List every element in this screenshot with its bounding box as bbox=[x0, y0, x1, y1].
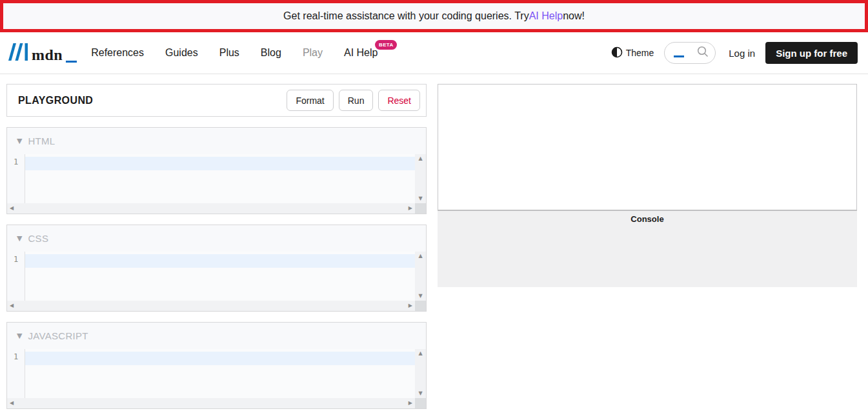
javascript-editor-label: JAVASCRIPT bbox=[28, 330, 88, 341]
mdn-logo-mark-icon bbox=[8, 43, 28, 63]
reset-button[interactable]: Reset bbox=[378, 90, 420, 111]
nav-item-play[interactable]: Play bbox=[303, 47, 323, 59]
javascript-code-area[interactable] bbox=[25, 349, 415, 398]
login-link[interactable]: Log in bbox=[729, 48, 755, 59]
scroll-up-icon[interactable]: ▲ bbox=[418, 351, 422, 356]
chevron-down-icon: ▼ bbox=[17, 234, 22, 243]
scroll-left-icon[interactable]: ◀ bbox=[10, 206, 14, 211]
output-iframe bbox=[438, 84, 857, 211]
theme-label: Theme bbox=[626, 48, 654, 58]
scroll-left-icon[interactable]: ◀ bbox=[10, 401, 14, 406]
active-line-highlight bbox=[25, 352, 415, 365]
banner-text-after: now! bbox=[563, 10, 585, 22]
main-content: PLAYGROUND Format Run Reset ▼ HTML 1 ▲ ▼ bbox=[0, 74, 868, 419]
nav-item-ai-help[interactable]: AI Help BETA bbox=[344, 47, 378, 59]
css-editor-body: 1 ▲ ▼ bbox=[7, 252, 426, 301]
scrollbar-corner bbox=[415, 301, 426, 311]
mdn-logo-word: mdn bbox=[32, 46, 63, 63]
html-editor-body: 1 ▲ ▼ bbox=[7, 154, 426, 203]
scrollbar-corner bbox=[415, 203, 426, 214]
nav-item-blog[interactable]: Blog bbox=[261, 47, 281, 59]
css-editor-toggle[interactable]: ▼ CSS bbox=[7, 225, 426, 252]
html-editor-toggle[interactable]: ▼ HTML bbox=[7, 128, 426, 154]
mdn-logo[interactable]: mdn bbox=[8, 43, 77, 63]
vertical-scrollbar[interactable]: ▲ ▼ bbox=[415, 252, 426, 301]
scroll-right-icon[interactable]: ▶ bbox=[409, 206, 412, 211]
mdn-logo-underscore bbox=[66, 61, 77, 63]
beta-badge: BETA bbox=[375, 40, 397, 50]
active-line-highlight bbox=[25, 254, 415, 268]
nav-item-references[interactable]: References bbox=[91, 47, 144, 59]
nav-item-plus[interactable]: Plus bbox=[219, 47, 239, 59]
search-input[interactable] bbox=[664, 42, 716, 64]
header-right: Theme Log in Sign up for free bbox=[611, 42, 858, 64]
javascript-editor: ▼ JAVASCRIPT 1 ▲ ▼ ◀ ▶ bbox=[6, 322, 427, 409]
scroll-down-icon[interactable]: ▼ bbox=[418, 196, 422, 201]
scroll-right-icon[interactable]: ▶ bbox=[409, 303, 412, 308]
output-column: Console bbox=[438, 84, 857, 287]
playground-toolbar: PLAYGROUND Format Run Reset bbox=[6, 84, 427, 117]
ai-help-link[interactable]: AI Help bbox=[529, 10, 563, 22]
chevron-down-icon: ▼ bbox=[17, 332, 22, 340]
scrollbar-corner bbox=[415, 398, 426, 408]
search-caret bbox=[674, 55, 684, 57]
css-editor: ▼ CSS 1 ▲ ▼ ◀ ▶ bbox=[6, 225, 427, 312]
vertical-scrollbar[interactable]: ▲ ▼ bbox=[415, 349, 426, 398]
scroll-up-icon[interactable]: ▲ bbox=[418, 254, 422, 259]
format-button[interactable]: Format bbox=[287, 90, 333, 111]
css-code-area[interactable] bbox=[25, 252, 415, 301]
toolbar-actions: Format Run Reset bbox=[287, 90, 420, 111]
html-editor: ▼ HTML 1 ▲ ▼ ◀ ▶ bbox=[6, 127, 427, 214]
line-number-gutter: 1 bbox=[7, 252, 25, 301]
scroll-left-icon[interactable]: ◀ bbox=[10, 303, 14, 308]
javascript-editor-body: 1 ▲ ▼ bbox=[7, 349, 426, 398]
scroll-down-icon[interactable]: ▼ bbox=[418, 391, 422, 396]
vertical-scrollbar[interactable]: ▲ ▼ bbox=[415, 154, 426, 203]
theme-toggle[interactable]: Theme bbox=[611, 46, 654, 60]
notification-banner: Get real-time assistance with your codin… bbox=[0, 0, 868, 32]
nav-item-ai-help-label: AI Help bbox=[344, 47, 378, 58]
javascript-editor-toggle[interactable]: ▼ JAVASCRIPT bbox=[7, 323, 426, 349]
html-editor-label: HTML bbox=[28, 135, 55, 146]
theme-icon bbox=[611, 46, 623, 60]
site-header: mdn References Guides Plus Blog Play AI … bbox=[0, 32, 868, 74]
run-button[interactable]: Run bbox=[339, 90, 374, 111]
scroll-up-icon[interactable]: ▲ bbox=[418, 156, 422, 161]
chevron-down-icon: ▼ bbox=[17, 137, 22, 145]
console-panel: Console bbox=[438, 211, 857, 287]
horizontal-scroll-row: ◀ ▶ bbox=[7, 301, 426, 311]
signup-button[interactable]: Sign up for free bbox=[765, 42, 858, 64]
line-number-gutter: 1 bbox=[7, 349, 25, 398]
line-number-gutter: 1 bbox=[7, 154, 25, 203]
playground-title: PLAYGROUND bbox=[18, 95, 93, 106]
console-label: Console bbox=[438, 214, 857, 224]
banner-text-before: Get real-time assistance with your codin… bbox=[283, 10, 529, 22]
horizontal-scroll-row: ◀ ▶ bbox=[7, 398, 426, 408]
horizontal-scrollbar[interactable]: ◀ ▶ bbox=[7, 398, 415, 408]
horizontal-scrollbar[interactable]: ◀ ▶ bbox=[7, 301, 415, 311]
nav-item-guides[interactable]: Guides bbox=[165, 47, 198, 59]
active-line-highlight bbox=[25, 157, 415, 170]
main-nav: References Guides Plus Blog Play AI Help… bbox=[91, 47, 611, 59]
horizontal-scrollbar[interactable]: ◀ ▶ bbox=[7, 203, 415, 214]
search-icon[interactable] bbox=[696, 45, 709, 61]
scroll-right-icon[interactable]: ▶ bbox=[409, 401, 412, 406]
css-editor-label: CSS bbox=[28, 233, 48, 244]
horizontal-scroll-row: ◀ ▶ bbox=[7, 203, 426, 214]
html-code-area[interactable] bbox=[25, 154, 415, 203]
scroll-down-icon[interactable]: ▼ bbox=[418, 294, 422, 299]
editors-column: PLAYGROUND Format Run Reset ▼ HTML 1 ▲ ▼ bbox=[6, 84, 427, 419]
